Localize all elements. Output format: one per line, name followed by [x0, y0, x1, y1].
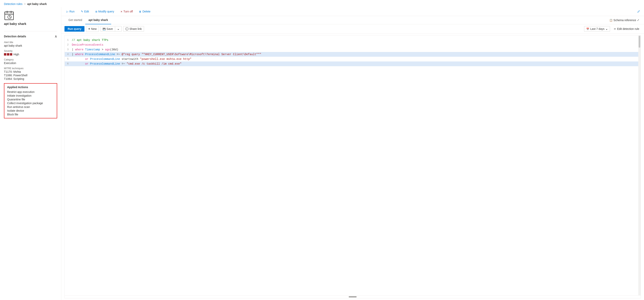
category-field: Category Execution — [4, 58, 57, 65]
main-content: apt baby shark Detection details ∧ Alert… — [0, 7, 644, 300]
delete-icon — [139, 10, 142, 13]
detection-rule-icon — [4, 10, 14, 20]
breadcrumb-current: apt baby shark — [27, 2, 47, 5]
severity-bar-2 — [7, 53, 9, 55]
scroll-indicator — [65, 295, 641, 298]
expand-icon: ⤢ — [637, 9, 640, 13]
detection-details-header[interactable]: Detection details ∧ — [4, 34, 57, 38]
code-editor-container: 1// apt baby shark TTPs2DeviceProcessEve… — [65, 35, 641, 295]
detection-details-section: Detection details ∧ Alert title apt baby… — [4, 31, 57, 119]
modify-query-label: Modify query — [98, 10, 114, 13]
vertical-scrollbar[interactable] — [638, 35, 641, 295]
turnoff-icon — [120, 10, 122, 13]
line-number-5: 5 — [65, 57, 72, 61]
sidebar-icon-area: apt baby shark — [4, 10, 57, 29]
save-button[interactable]: Save — [101, 26, 115, 31]
delete-button[interactable]: Delete — [138, 9, 152, 14]
category-label: Category — [4, 58, 57, 61]
edit-icon — [81, 10, 83, 13]
share-link-button[interactable]: ↑ Share link — [123, 26, 144, 32]
expand-schema-icon: ⤢ — [637, 18, 639, 21]
schema-reference-button[interactable]: Schema reference ⤢ — [608, 17, 640, 23]
line-content-4: | where ProcessCommandLine =~ @"reg quer… — [72, 52, 638, 56]
severity-label: Severity — [4, 50, 57, 52]
line-number-4: 4 — [65, 52, 72, 56]
scroll-bar-thumb — [349, 296, 356, 298]
top-toolbar: Run Edit Modify query Turn off Delete — [61, 7, 644, 16]
schema-icon — [610, 18, 612, 22]
delete-label: Delete — [142, 10, 150, 13]
code-line-5: 5 or ProcessCommandLine startswith "powe… — [65, 57, 638, 61]
mitre-label: MITRE techniques — [4, 67, 57, 70]
applied-actions-box: Applied Actions Restrict app execution I… — [4, 83, 57, 118]
edit-rule-button[interactable]: Edit detection rule — [612, 26, 641, 31]
action-5: Isolate device — [7, 109, 54, 112]
mitre-item-0: T1170: Mshta — [4, 70, 57, 73]
edit-rule-icon — [614, 27, 616, 30]
share-icon: ↑ — [126, 27, 128, 30]
action-3: Collect investigation package — [7, 102, 54, 105]
breadcrumb-parent[interactable]: Detection rules — [4, 2, 22, 5]
code-line-2: 2DeviceProcessEvents — [65, 42, 638, 47]
alert-title-field: Alert title apt baby shark — [4, 41, 57, 47]
tab-get-started[interactable]: Get started — [65, 16, 85, 24]
sidebar-title: apt baby shark — [4, 22, 26, 26]
edit-button[interactable]: Edit — [80, 9, 90, 14]
line-number-1: 1 — [65, 38, 72, 42]
run-query-button[interactable]: Run query — [64, 26, 84, 32]
vertical-scroll-thumb — [639, 36, 640, 48]
line-content-6: or ProcessCommandLine =~ "cmd.exe /c tas… — [72, 62, 638, 66]
category-value: Execution — [4, 61, 57, 65]
save-dropdown-button[interactable] — [115, 26, 122, 31]
code-line-4: 4| where ProcessCommandLine =~ @"reg que… — [65, 52, 638, 57]
severity-bar-1 — [4, 53, 6, 55]
mitre-field: MITRE techniques T1170: Mshta T1086: Pow… — [4, 67, 57, 80]
run-label: Run — [70, 10, 74, 13]
date-range-button[interactable]: Last 7 days — [584, 26, 610, 32]
mitre-item-2: T1064: Scripting — [4, 77, 57, 80]
tab-apt-baby-shark[interactable]: apt baby shark — [85, 16, 111, 24]
alert-title-label: Alert title — [4, 41, 57, 44]
expand-button[interactable]: ⤢ — [637, 9, 640, 14]
line-number-3: 3 — [65, 47, 72, 52]
run-icon — [66, 10, 68, 13]
action-1: Initiate investigation — [7, 94, 54, 97]
calendar-icon — [586, 27, 589, 30]
editor-toolbar-right: Last 7 days Edit detection rule — [584, 26, 641, 32]
applied-actions-title: Applied Actions — [7, 86, 54, 89]
mitre-item-1: T1086: PowerShell — [4, 74, 57, 77]
action-6: Block file — [7, 113, 54, 116]
sidebar: apt baby shark Detection details ∧ Alert… — [0, 7, 61, 300]
run-button[interactable]: Run — [65, 9, 76, 14]
detection-details-title: Detection details — [4, 35, 26, 38]
collapse-icon: ∧ — [54, 34, 57, 38]
save-icon — [103, 27, 106, 30]
page-wrapper: Detection rules > apt baby shark apt bab… — [0, 0, 644, 300]
save-chevron-icon — [117, 27, 120, 30]
line-number-2: 2 — [65, 43, 72, 47]
line-content-5: or ProcessCommandLine startswith "powers… — [72, 57, 638, 61]
severity-indicator: High — [4, 53, 57, 56]
svg-rect-1 — [5, 12, 14, 14]
line-content-2: DeviceProcessEvents — [72, 43, 638, 47]
code-line-3: 3| where Timestamp > ago(30d) — [65, 47, 638, 52]
modify-icon — [95, 10, 97, 13]
code-editor-wrapper: 1// apt baby shark TTPs2DeviceProcessEve… — [64, 35, 641, 299]
applied-actions-list: Restrict app execution Initiate investig… — [7, 90, 54, 116]
editor-toolbar: Run query New Save ↑ Sh — [61, 24, 644, 33]
action-4: Run antivirus scan — [7, 105, 54, 108]
turn-off-button[interactable]: Turn off — [119, 9, 134, 14]
svg-line-6 — [10, 17, 10, 17]
line-number-6: 6 — [65, 62, 72, 66]
action-0: Restrict app execution — [7, 90, 54, 93]
severity-value: High — [14, 53, 19, 56]
severity-bar-3 — [10, 53, 12, 55]
new-button[interactable]: New — [86, 26, 99, 32]
line-content-1: // apt baby shark TTPs — [72, 38, 638, 42]
line-content-3: | where Timestamp > ago(30d) — [72, 47, 638, 52]
severity-field: Severity High — [4, 50, 57, 56]
code-line-6: 6 or ProcessCommandLine =~ "cmd.exe /c t… — [65, 61, 638, 66]
code-editor[interactable]: 1// apt baby shark TTPs2DeviceProcessEve… — [65, 35, 638, 295]
breadcrumb-separator: > — [24, 2, 26, 5]
modify-query-button[interactable]: Modify query — [94, 9, 115, 14]
